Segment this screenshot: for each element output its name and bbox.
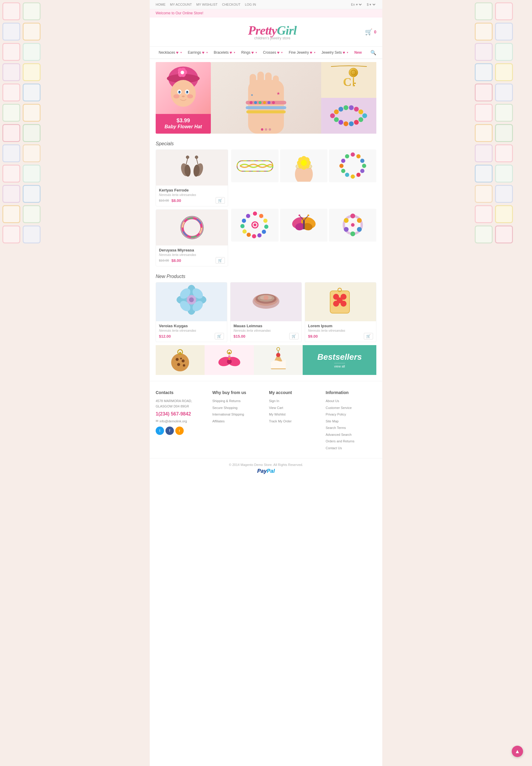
cart-area[interactable]: 🛒 0 bbox=[365, 28, 376, 35]
footer-link-sitemap[interactable]: Site Map bbox=[326, 419, 376, 424]
special-product-1-add-to-cart[interactable]: 🛒 bbox=[216, 197, 225, 204]
hero-section: $3.99 Baby Flower Hat bbox=[156, 62, 376, 134]
hero-product-name: Baby Flower Hat bbox=[159, 124, 207, 130]
nav-home[interactable]: HOME bbox=[156, 3, 166, 6]
svg-point-46 bbox=[354, 107, 359, 112]
svg-point-16 bbox=[182, 95, 185, 97]
footer-link-customer-service[interactable]: Customer Service bbox=[326, 405, 376, 410]
bestsellers-banner[interactable]: Bestsellers view all bbox=[303, 345, 376, 375]
new-product-1-price: $12.00 bbox=[159, 334, 171, 339]
bestsellers-banner-title: Bestsellers bbox=[317, 352, 362, 362]
footer-why-buy: Why buy from us Shipping & Returns Secur… bbox=[212, 390, 263, 452]
mini-product-5[interactable] bbox=[280, 209, 327, 242]
footer-link-international[interactable]: International Shipping bbox=[212, 412, 263, 417]
nav-login[interactable]: LOG IN bbox=[245, 3, 256, 6]
bs-item-3-image bbox=[254, 345, 303, 375]
hero-product-left[interactable]: $3.99 Baby Flower Hat bbox=[156, 62, 211, 134]
footer-link-track-order[interactable]: Track My Order bbox=[269, 419, 320, 424]
nav-fine-jewelry[interactable]: Fine Jewelry ♥ ▾ bbox=[286, 47, 318, 58]
svg-point-51 bbox=[349, 121, 354, 126]
svg-point-30 bbox=[263, 101, 266, 104]
nav-arrow-necklaces: ▾ bbox=[180, 51, 182, 54]
mini-product-1[interactable] bbox=[231, 149, 279, 182]
footer-my-account: My account Sign In View Cart My Wishlist… bbox=[269, 390, 320, 452]
hero-dot-2[interactable] bbox=[265, 128, 267, 131]
bs-item-3[interactable] bbox=[254, 345, 303, 375]
special-product-1-subtitle: Neresás lerta vitresandas bbox=[159, 193, 225, 197]
footer: Contacts 4578 MARMORA ROAD, GLASGOW D04 … bbox=[150, 381, 382, 458]
svg-rect-39 bbox=[353, 85, 355, 86]
svg-point-47 bbox=[358, 109, 363, 114]
svg-rect-170 bbox=[228, 352, 230, 354]
nav-wishlist[interactable]: MY WISHLIST bbox=[196, 3, 217, 6]
footer-link-search-terms[interactable]: Search Terms bbox=[326, 425, 376, 430]
top-right-controls: En ▾ $ ▾ bbox=[350, 2, 376, 7]
svg-point-45 bbox=[349, 105, 354, 110]
mini-product-3[interactable] bbox=[329, 149, 376, 182]
language-select[interactable]: En ▾ bbox=[350, 2, 363, 7]
new-product-2-add-to-cart[interactable]: 🛒 bbox=[289, 333, 299, 339]
footer-link-about[interactable]: About Us bbox=[326, 399, 376, 404]
nav-bracelets[interactable]: Bracelets ♥ ▾ bbox=[211, 47, 238, 58]
svg-point-15 bbox=[187, 91, 188, 92]
svg-point-125 bbox=[357, 218, 362, 223]
svg-point-110 bbox=[246, 214, 250, 218]
site-logo[interactable]: PrettyGirl bbox=[248, 23, 297, 38]
currency-select[interactable]: $ ▾ bbox=[366, 2, 376, 7]
svg-point-126 bbox=[357, 227, 362, 232]
new-products-grid: Veroias Kuygas Neresás lerta vitresandas… bbox=[156, 282, 376, 342]
copyright-text: © 2014 Magento Demo Store. All Rights Re… bbox=[229, 463, 303, 467]
bs-item-1[interactable] bbox=[156, 345, 205, 375]
new-product-2-pricing: $15.00 🛒 bbox=[233, 333, 299, 339]
svg-point-17 bbox=[174, 94, 180, 98]
new-product-1-add-to-cart[interactable]: 🛒 bbox=[215, 333, 224, 339]
svg-rect-165 bbox=[179, 352, 181, 354]
new-product-3: Lorem Ipsum Neresás lerta vitresandas $9… bbox=[305, 282, 376, 342]
footer-link-affiliates[interactable]: Affiliates bbox=[212, 419, 263, 424]
svg-point-87 bbox=[356, 154, 361, 158]
mini-product-4[interactable] bbox=[231, 209, 279, 242]
footer-link-shipping[interactable]: Shipping & Returns bbox=[212, 399, 263, 404]
nav-checkout[interactable]: CHECKOUT bbox=[222, 3, 240, 6]
svg-point-44 bbox=[344, 105, 348, 110]
nav-rings[interactable]: Rings ♥ ▾ bbox=[238, 47, 260, 58]
footer-link-secure[interactable]: Secure Shopping bbox=[212, 405, 263, 410]
svg-point-95 bbox=[339, 164, 344, 168]
footer-information: Information About Us Customer Service Pr… bbox=[326, 390, 376, 452]
facebook-button[interactable]: f bbox=[166, 427, 174, 435]
logo-area[interactable]: PrettyGirl children's jewelry store bbox=[180, 23, 365, 40]
footer-link-contact[interactable]: Contact Us bbox=[326, 446, 376, 451]
twitter-button[interactable]: t bbox=[156, 427, 164, 435]
hero-necklace-image: C bbox=[321, 62, 376, 98]
email-icon: ✉ bbox=[156, 419, 158, 423]
special-products-list: Kertyas Ferrode Neresás lerta vitresanda… bbox=[156, 149, 228, 266]
rss-button[interactable]: r bbox=[175, 427, 184, 435]
special-product-1: Kertyas Ferrode Neresás lerta vitresanda… bbox=[156, 149, 228, 206]
nav-new[interactable]: New bbox=[351, 47, 365, 58]
new-product-3-add-to-cart[interactable]: 🛒 bbox=[364, 333, 373, 339]
search-icon[interactable]: 🔍 bbox=[370, 50, 376, 55]
nav-dot-earrings: ♥ bbox=[202, 50, 204, 55]
footer-link-view-cart[interactable]: View Cart bbox=[269, 405, 320, 410]
new-product-1-name: Veroias Kuygas bbox=[159, 324, 224, 328]
footer-link-privacy[interactable]: Privacy Policy bbox=[326, 412, 376, 417]
nav-crosses[interactable]: Crosses ♥ ▾ bbox=[260, 47, 286, 58]
footer-link-signin[interactable]: Sign In bbox=[269, 399, 320, 404]
special-product-2-add-to-cart[interactable]: 🛒 bbox=[216, 257, 225, 264]
hero-dot-1[interactable] bbox=[261, 128, 263, 131]
scroll-to-top-button[interactable]: ▲ bbox=[512, 746, 523, 757]
nav-necklaces[interactable]: Necklaces ♥ ▾ bbox=[156, 47, 185, 58]
footer-link-orders-returns[interactable]: Orders and Returns bbox=[326, 439, 376, 444]
nav-earrings[interactable]: Earrings ♥ ▾ bbox=[185, 47, 211, 58]
svg-point-56 bbox=[195, 156, 198, 159]
svg-point-53 bbox=[338, 120, 343, 125]
bs-item-2[interactable] bbox=[205, 345, 253, 375]
footer-link-advanced-search[interactable]: Advanced Search bbox=[326, 432, 376, 437]
mini-product-6[interactable] bbox=[329, 209, 376, 242]
hero-dot-3[interactable] bbox=[269, 128, 271, 131]
svg-point-159 bbox=[176, 358, 179, 361]
mini-product-2[interactable] bbox=[280, 149, 327, 182]
nav-account[interactable]: MY ACCOUNT bbox=[170, 3, 192, 6]
nav-jewelry-sets[interactable]: Jewelry Sets ♥ ▾ bbox=[318, 47, 351, 58]
footer-link-my-wishlist[interactable]: My Wishlist bbox=[269, 412, 320, 417]
